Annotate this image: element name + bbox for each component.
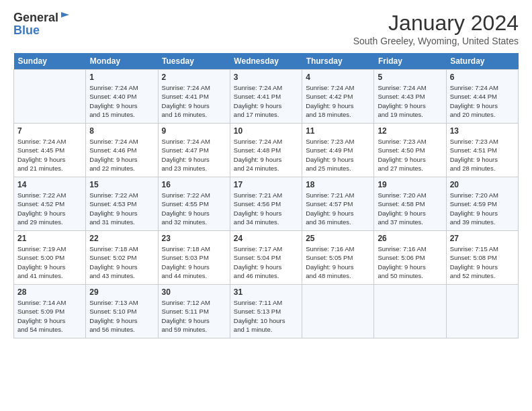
day-number: 20 bbox=[450, 180, 515, 189]
day-info: Sunrise: 7:24 AMSunset: 4:48 PMDaylight:… bbox=[234, 137, 298, 173]
logo-blue-text: Blue bbox=[13, 24, 40, 37]
day-number: 22 bbox=[89, 234, 154, 243]
day-info: Sunrise: 7:14 AMSunset: 5:09 PMDaylight:… bbox=[17, 298, 82, 334]
calendar-cell: 21Sunrise: 7:19 AMSunset: 5:00 PMDayligh… bbox=[14, 231, 86, 285]
day-info: Sunrise: 7:12 AMSunset: 5:11 PMDaylight:… bbox=[162, 298, 226, 334]
day-number: 17 bbox=[234, 180, 298, 189]
day-number: 11 bbox=[306, 126, 370, 136]
day-info: Sunrise: 7:24 AMSunset: 4:41 PMDaylight:… bbox=[162, 83, 226, 119]
day-number: 16 bbox=[162, 180, 226, 189]
calendar-cell: 18Sunrise: 7:21 AMSunset: 4:57 PMDayligh… bbox=[302, 177, 374, 231]
day-info: Sunrise: 7:23 AMSunset: 4:49 PMDaylight:… bbox=[306, 137, 370, 173]
calendar-cell: 7Sunrise: 7:24 AMSunset: 4:45 PMDaylight… bbox=[14, 124, 86, 177]
calendar-cell bbox=[374, 285, 446, 338]
day-number: 8 bbox=[89, 126, 154, 136]
day-info: Sunrise: 7:22 AMSunset: 4:53 PMDaylight:… bbox=[89, 191, 154, 226]
day-number: 28 bbox=[17, 287, 82, 297]
calendar-cell: 20Sunrise: 7:20 AMSunset: 4:59 PMDayligh… bbox=[446, 177, 518, 231]
day-info: Sunrise: 7:11 AMSunset: 5:13 PMDaylight:… bbox=[234, 298, 298, 334]
calendar-cell: 16Sunrise: 7:22 AMSunset: 4:55 PMDayligh… bbox=[158, 177, 230, 231]
col-monday: Monday bbox=[86, 53, 158, 70]
calendar-cell: 27Sunrise: 7:15 AMSunset: 5:08 PMDayligh… bbox=[446, 231, 518, 285]
calendar-cell bbox=[446, 285, 518, 338]
day-info: Sunrise: 7:15 AMSunset: 5:08 PMDaylight:… bbox=[450, 244, 515, 280]
calendar-cell: 4Sunrise: 7:24 AMSunset: 4:42 PMDaylight… bbox=[302, 70, 374, 124]
logo: General Blue bbox=[13, 11, 71, 37]
day-info: Sunrise: 7:16 AMSunset: 5:06 PMDaylight:… bbox=[378, 244, 442, 280]
calendar-cell: 2Sunrise: 7:24 AMSunset: 4:41 PMDaylight… bbox=[158, 70, 230, 124]
day-number: 29 bbox=[89, 287, 154, 297]
day-number: 19 bbox=[378, 180, 442, 189]
day-number: 9 bbox=[162, 126, 226, 136]
calendar-week-row: 14Sunrise: 7:22 AMSunset: 4:52 PMDayligh… bbox=[14, 177, 519, 231]
calendar-cell: 12Sunrise: 7:23 AMSunset: 4:50 PMDayligh… bbox=[374, 124, 446, 177]
day-info: Sunrise: 7:22 AMSunset: 4:52 PMDaylight:… bbox=[17, 191, 82, 226]
day-number: 1 bbox=[89, 73, 154, 82]
calendar-table: Sunday Monday Tuesday Wednesday Thursday… bbox=[13, 53, 519, 338]
col-sunday: Sunday bbox=[14, 53, 86, 70]
title-block: January 2024 South Greeley, Wyoming, Uni… bbox=[353, 11, 519, 46]
calendar-week-row: 21Sunrise: 7:19 AMSunset: 5:00 PMDayligh… bbox=[14, 231, 519, 285]
calendar-cell: 28Sunrise: 7:14 AMSunset: 5:09 PMDayligh… bbox=[14, 285, 86, 338]
day-number: 12 bbox=[378, 126, 442, 136]
calendar-cell: 13Sunrise: 7:23 AMSunset: 4:51 PMDayligh… bbox=[446, 124, 518, 177]
day-number: 15 bbox=[89, 180, 154, 189]
calendar-cell: 9Sunrise: 7:24 AMSunset: 4:47 PMDaylight… bbox=[158, 124, 230, 177]
day-info: Sunrise: 7:24 AMSunset: 4:43 PMDaylight:… bbox=[378, 83, 442, 119]
day-info: Sunrise: 7:17 AMSunset: 5:04 PMDaylight:… bbox=[234, 244, 298, 280]
day-number: 14 bbox=[17, 180, 82, 189]
day-info: Sunrise: 7:19 AMSunset: 5:00 PMDaylight:… bbox=[17, 244, 82, 280]
col-tuesday: Tuesday bbox=[158, 53, 230, 70]
calendar-cell: 24Sunrise: 7:17 AMSunset: 5:04 PMDayligh… bbox=[230, 231, 302, 285]
day-info: Sunrise: 7:16 AMSunset: 5:05 PMDaylight:… bbox=[306, 244, 370, 280]
day-number: 24 bbox=[234, 234, 298, 243]
day-info: Sunrise: 7:20 AMSunset: 4:58 PMDaylight:… bbox=[378, 191, 442, 226]
calendar-cell: 30Sunrise: 7:12 AMSunset: 5:11 PMDayligh… bbox=[158, 285, 230, 338]
calendar-cell: 8Sunrise: 7:24 AMSunset: 4:46 PMDaylight… bbox=[86, 124, 158, 177]
day-info: Sunrise: 7:23 AMSunset: 4:51 PMDaylight:… bbox=[450, 137, 515, 173]
day-number: 13 bbox=[450, 126, 515, 136]
svg-marker-0 bbox=[61, 12, 69, 17]
day-info: Sunrise: 7:24 AMSunset: 4:40 PMDaylight:… bbox=[89, 83, 154, 119]
day-number: 7 bbox=[17, 126, 82, 136]
day-number: 4 bbox=[306, 73, 370, 82]
col-saturday: Saturday bbox=[446, 53, 518, 70]
calendar-cell: 15Sunrise: 7:22 AMSunset: 4:53 PMDayligh… bbox=[86, 177, 158, 231]
day-number: 27 bbox=[450, 234, 515, 243]
day-info: Sunrise: 7:24 AMSunset: 4:44 PMDaylight:… bbox=[450, 83, 515, 119]
day-info: Sunrise: 7:21 AMSunset: 4:56 PMDaylight:… bbox=[234, 191, 298, 226]
calendar-week-row: 1Sunrise: 7:24 AMSunset: 4:40 PMDaylight… bbox=[14, 70, 519, 124]
calendar-cell bbox=[14, 70, 86, 124]
day-number: 10 bbox=[234, 126, 298, 136]
calendar-cell: 10Sunrise: 7:24 AMSunset: 4:48 PMDayligh… bbox=[230, 124, 302, 177]
day-number: 23 bbox=[162, 234, 226, 243]
calendar-cell: 22Sunrise: 7:18 AMSunset: 5:02 PMDayligh… bbox=[86, 231, 158, 285]
calendar-cell: 6Sunrise: 7:24 AMSunset: 4:44 PMDaylight… bbox=[446, 70, 518, 124]
calendar-week-row: 28Sunrise: 7:14 AMSunset: 5:09 PMDayligh… bbox=[14, 285, 519, 338]
col-friday: Friday bbox=[374, 53, 446, 70]
day-info: Sunrise: 7:21 AMSunset: 4:57 PMDaylight:… bbox=[306, 191, 370, 226]
calendar-week-row: 7Sunrise: 7:24 AMSunset: 4:45 PMDaylight… bbox=[14, 124, 519, 177]
logo-general-text: General bbox=[13, 11, 58, 24]
day-info: Sunrise: 7:20 AMSunset: 4:59 PMDaylight:… bbox=[450, 191, 515, 226]
day-number: 2 bbox=[162, 73, 226, 82]
calendar-cell: 14Sunrise: 7:22 AMSunset: 4:52 PMDayligh… bbox=[14, 177, 86, 231]
day-info: Sunrise: 7:18 AMSunset: 5:03 PMDaylight:… bbox=[162, 244, 226, 280]
page-header: General Blue January 2024 South Greeley,… bbox=[13, 11, 519, 46]
calendar-cell: 5Sunrise: 7:24 AMSunset: 4:43 PMDaylight… bbox=[374, 70, 446, 124]
calendar-cell bbox=[302, 285, 374, 338]
logo-flag-icon bbox=[60, 11, 71, 21]
day-info: Sunrise: 7:22 AMSunset: 4:55 PMDaylight:… bbox=[162, 191, 226, 226]
day-info: Sunrise: 7:24 AMSunset: 4:47 PMDaylight:… bbox=[162, 137, 226, 173]
day-info: Sunrise: 7:24 AMSunset: 4:42 PMDaylight:… bbox=[306, 83, 370, 119]
day-number: 21 bbox=[17, 234, 82, 243]
calendar-cell: 29Sunrise: 7:13 AMSunset: 5:10 PMDayligh… bbox=[86, 285, 158, 338]
day-number: 3 bbox=[234, 73, 298, 82]
calendar-cell: 23Sunrise: 7:18 AMSunset: 5:03 PMDayligh… bbox=[158, 231, 230, 285]
day-info: Sunrise: 7:24 AMSunset: 4:45 PMDaylight:… bbox=[17, 137, 82, 173]
calendar-cell: 1Sunrise: 7:24 AMSunset: 4:40 PMDaylight… bbox=[86, 70, 158, 124]
calendar-cell: 31Sunrise: 7:11 AMSunset: 5:13 PMDayligh… bbox=[230, 285, 302, 338]
day-number: 26 bbox=[378, 234, 442, 243]
day-number: 30 bbox=[162, 287, 226, 297]
day-number: 31 bbox=[234, 287, 298, 297]
